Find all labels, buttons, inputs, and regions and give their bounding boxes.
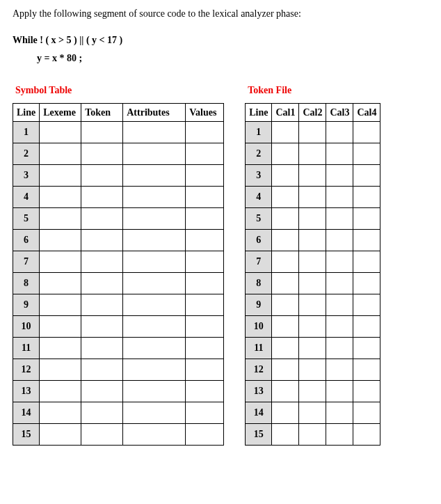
empty-cell xyxy=(299,402,326,424)
empty-cell xyxy=(186,230,224,251)
empty-cell xyxy=(40,294,81,316)
empty-cell xyxy=(40,122,81,143)
line-number-cell: 5 xyxy=(246,208,272,230)
empty-cell xyxy=(123,402,186,424)
table-row: 7 xyxy=(246,251,380,273)
empty-cell xyxy=(353,143,380,165)
empty-cell xyxy=(299,316,326,338)
empty-cell xyxy=(299,251,326,273)
empty-cell xyxy=(272,381,299,402)
line-number-cell: 12 xyxy=(13,359,40,381)
line-number-cell: 10 xyxy=(246,316,272,338)
empty-cell xyxy=(123,122,186,143)
table-row: 11 xyxy=(246,338,380,359)
empty-cell xyxy=(272,402,299,424)
table-row: 8 xyxy=(13,273,224,294)
empty-cell xyxy=(81,143,123,165)
empty-cell xyxy=(40,316,81,338)
line-number-cell: 14 xyxy=(246,402,272,424)
empty-cell xyxy=(299,122,326,143)
line-number-cell: 8 xyxy=(13,273,40,294)
empty-cell xyxy=(299,165,326,187)
empty-cell xyxy=(81,316,123,338)
empty-cell xyxy=(353,359,380,381)
empty-cell xyxy=(186,359,224,381)
line-number-cell: 2 xyxy=(246,143,272,165)
table-row: 8 xyxy=(246,273,380,294)
empty-cell xyxy=(123,316,186,338)
table-row: 11 xyxy=(13,338,224,359)
empty-cell xyxy=(40,273,81,294)
empty-cell xyxy=(40,251,81,273)
empty-cell xyxy=(299,208,326,230)
empty-cell xyxy=(299,338,326,359)
line-number-cell: 12 xyxy=(246,359,272,381)
empty-cell xyxy=(123,294,186,316)
empty-cell xyxy=(353,165,380,187)
table-row: 3 xyxy=(246,165,380,187)
line-number-cell: 10 xyxy=(13,316,40,338)
table-row: 4 xyxy=(13,187,224,208)
empty-cell xyxy=(186,402,224,424)
empty-cell xyxy=(299,230,326,251)
empty-cell xyxy=(299,359,326,381)
line-number-cell: 5 xyxy=(13,208,40,230)
empty-cell xyxy=(353,381,380,402)
empty-cell xyxy=(186,273,224,294)
token-file-table: Line Cal1 Cal2 Cal3 Cal4 123456789101112… xyxy=(245,103,380,446)
line-number-cell: 11 xyxy=(13,338,40,359)
empty-cell xyxy=(272,359,299,381)
token-header-cal2: Cal2 xyxy=(299,104,326,122)
table-row: 3 xyxy=(13,165,224,187)
empty-cell xyxy=(123,251,186,273)
table-row: 1 xyxy=(13,122,224,143)
empty-cell xyxy=(272,187,299,208)
token-file-title: Token File xyxy=(248,85,380,96)
empty-cell xyxy=(81,251,123,273)
empty-cell xyxy=(81,165,123,187)
table-row: 10 xyxy=(13,316,224,338)
empty-cell xyxy=(272,316,299,338)
empty-cell xyxy=(299,381,326,402)
empty-cell xyxy=(186,208,224,230)
empty-cell xyxy=(81,338,123,359)
table-row: 4 xyxy=(246,187,380,208)
symbol-header-token: Token xyxy=(81,104,123,122)
empty-cell xyxy=(353,208,380,230)
symbol-table-header-row: Line Lexeme Token Attributes Values xyxy=(13,104,224,122)
symbol-table: Line Lexeme Token Attributes Values 1234… xyxy=(13,103,224,446)
empty-cell xyxy=(81,187,123,208)
empty-cell xyxy=(326,208,353,230)
empty-cell xyxy=(186,165,224,187)
empty-cell xyxy=(81,381,123,402)
empty-cell xyxy=(186,122,224,143)
empty-cell xyxy=(186,187,224,208)
empty-cell xyxy=(123,187,186,208)
empty-cell xyxy=(40,143,81,165)
empty-cell xyxy=(353,402,380,424)
empty-cell xyxy=(123,338,186,359)
empty-cell xyxy=(40,381,81,402)
symbol-header-line: Line xyxy=(13,104,40,122)
empty-cell xyxy=(40,187,81,208)
token-file-section: Token File Line Cal1 Cal2 Cal3 Cal4 1234… xyxy=(245,85,380,446)
empty-cell xyxy=(40,359,81,381)
table-row: 12 xyxy=(13,359,224,381)
empty-cell xyxy=(272,424,299,446)
line-number-cell: 13 xyxy=(246,381,272,402)
empty-cell xyxy=(326,424,353,446)
table-row: 6 xyxy=(13,230,224,251)
line-number-cell: 1 xyxy=(13,122,40,143)
empty-cell xyxy=(353,294,380,316)
empty-cell xyxy=(353,316,380,338)
empty-cell xyxy=(186,381,224,402)
empty-cell xyxy=(326,359,353,381)
empty-cell xyxy=(81,359,123,381)
empty-cell xyxy=(299,294,326,316)
empty-cell xyxy=(353,338,380,359)
empty-cell xyxy=(272,208,299,230)
empty-cell xyxy=(123,273,186,294)
code-line-1: While ! ( x > 5 ) || ( y < 17 ) xyxy=(13,35,430,46)
empty-cell xyxy=(326,165,353,187)
empty-cell xyxy=(81,230,123,251)
